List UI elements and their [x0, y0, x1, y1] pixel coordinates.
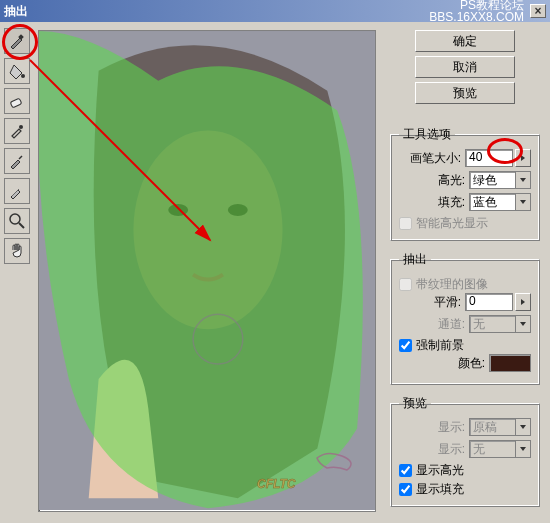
brush-size-label: 画笔大小: — [410, 150, 461, 167]
cancel-button[interactable]: 取消 — [415, 56, 515, 78]
hand-tool[interactable] — [4, 238, 30, 264]
eyedropper-tool[interactable] — [4, 118, 30, 144]
brush-size-stepper[interactable] — [515, 149, 531, 167]
show-highlight-check[interactable]: 显示高光 — [399, 462, 531, 479]
fill-tool[interactable] — [4, 58, 30, 84]
display-combo: 无 — [469, 440, 531, 458]
toolbar — [0, 22, 34, 523]
color-label: 颜色: — [458, 355, 485, 372]
edge-highlighter-tool[interactable] — [4, 28, 30, 54]
channel-label: 通道: — [438, 316, 465, 333]
preview-button[interactable]: 预览 — [415, 82, 515, 104]
smart-highlight-check: 智能高光显示 — [399, 215, 531, 232]
highlight-label: 高光: — [438, 172, 465, 189]
extract-group: 抽出 带纹理的图像 平滑: 0 通道: 无 强制前景 颜色: — [390, 251, 540, 385]
tool-options-legend: 工具选项 — [399, 126, 455, 143]
svg-text:CFLTC: CFLTC — [257, 477, 296, 491]
show-combo: 原稿 — [469, 418, 531, 436]
watermark-text: PS教程论坛 BBS.16XX8.COM — [429, 0, 524, 23]
show-fill-check[interactable]: 显示填充 — [399, 481, 531, 498]
display-label: 显示: — [438, 441, 465, 458]
preview-options-group: 预览 显示: 原稿 显示: 无 显示高光 显示填充 — [390, 395, 540, 507]
edge-touchup-tool[interactable] — [4, 178, 30, 204]
cleanup-tool[interactable] — [4, 148, 30, 174]
window-title: 抽出 — [4, 3, 28, 20]
title-bar: 抽出 PS教程论坛 BBS.16XX8.COM × — [0, 0, 550, 22]
color-swatch[interactable] — [489, 354, 531, 372]
watermark-logo: CFLTC — [247, 448, 367, 503]
ok-button[interactable]: 确定 — [415, 30, 515, 52]
extract-legend: 抽出 — [399, 251, 431, 268]
smooth-input[interactable]: 0 — [465, 293, 513, 311]
tool-options-group: 工具选项 画笔大小: 40 高光: 绿色 填充: 蓝色 智能高光显示 — [390, 126, 540, 241]
textured-check: 带纹理的图像 — [399, 276, 531, 293]
preview-canvas[interactable]: CFLTC — [38, 30, 376, 512]
show-label: 显示: — [438, 419, 465, 436]
close-button[interactable]: × — [530, 4, 546, 18]
force-foreground-check[interactable]: 强制前景 — [399, 337, 531, 354]
preview-image — [39, 31, 375, 510]
zoom-tool[interactable] — [4, 208, 30, 234]
highlight-combo[interactable]: 绿色 — [469, 171, 531, 189]
svg-point-3 — [19, 125, 23, 129]
smooth-stepper[interactable] — [515, 293, 531, 311]
brush-size-input[interactable]: 40 — [465, 149, 513, 167]
svg-point-1 — [21, 74, 25, 78]
eraser-tool[interactable] — [4, 88, 30, 114]
smooth-label: 平滑: — [434, 294, 461, 311]
svg-rect-2 — [10, 98, 22, 108]
fill-label: 填充: — [438, 194, 465, 211]
svg-point-4 — [10, 214, 20, 224]
fill-combo[interactable]: 蓝色 — [469, 193, 531, 211]
channel-combo: 无 — [469, 315, 531, 333]
preview-legend: 预览 — [399, 395, 431, 412]
